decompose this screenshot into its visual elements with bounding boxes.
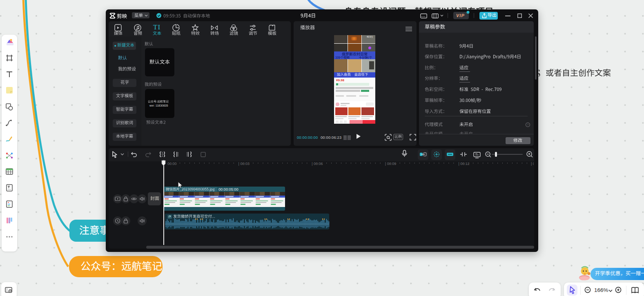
svg-text:| 00:09: | 00:09 xyxy=(385,162,396,166)
svg-text:| 0: | 0 xyxy=(531,162,534,166)
svg-text:?: ? xyxy=(527,123,529,126)
svg-text:| 00:06: | 00:06 xyxy=(312,162,323,166)
svg-text:00:00: 00:00 xyxy=(167,162,177,166)
svg-text:| 00:12: | 00:12 xyxy=(458,162,469,166)
svg-text:| 00:03: | 00:03 xyxy=(238,162,250,166)
